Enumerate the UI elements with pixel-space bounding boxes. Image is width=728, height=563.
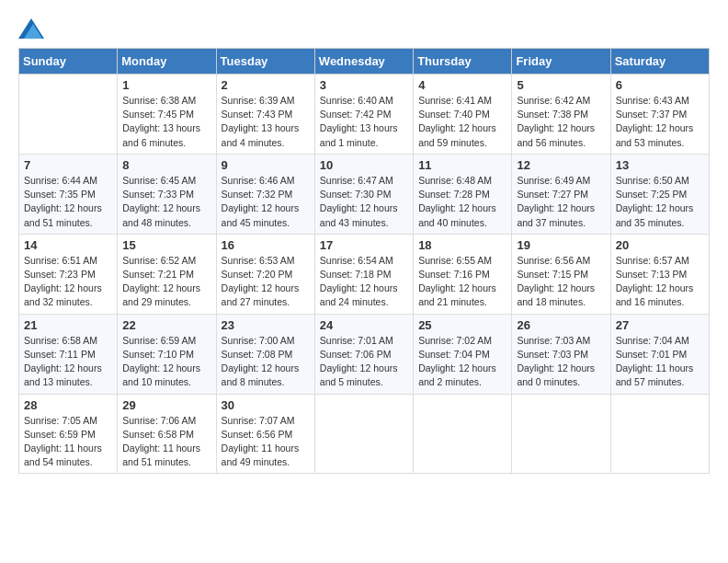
calendar-cell [512, 394, 610, 474]
day-info: Sunrise: 6:41 AM Sunset: 7:40 PM Dayligh… [418, 94, 506, 150]
day-number: 29 [122, 398, 210, 412]
day-info: Sunrise: 7:04 AM Sunset: 7:01 PM Dayligh… [616, 334, 704, 390]
day-number: 3 [320, 78, 408, 92]
day-info: Sunrise: 6:44 AM Sunset: 7:35 PM Dayligh… [24, 174, 112, 230]
day-info: Sunrise: 6:49 AM Sunset: 7:27 PM Dayligh… [517, 174, 605, 230]
calendar-cell: 26Sunrise: 7:03 AM Sunset: 7:03 PM Dayli… [512, 314, 610, 394]
calendar-cell: 12Sunrise: 6:49 AM Sunset: 7:27 PM Dayli… [512, 154, 610, 234]
day-info: Sunrise: 6:40 AM Sunset: 7:42 PM Dayligh… [320, 94, 408, 150]
calendar-cell [19, 75, 118, 155]
day-number: 11 [418, 158, 506, 172]
day-info: Sunrise: 7:02 AM Sunset: 7:04 PM Dayligh… [418, 334, 506, 390]
calendar-cell: 10Sunrise: 6:47 AM Sunset: 7:30 PM Dayli… [314, 154, 413, 234]
day-number: 7 [24, 158, 112, 172]
calendar-cell: 5Sunrise: 6:42 AM Sunset: 7:38 PM Daylig… [512, 75, 610, 155]
day-info: Sunrise: 6:42 AM Sunset: 7:38 PM Dayligh… [517, 94, 605, 150]
day-number: 10 [320, 158, 408, 172]
day-number: 13 [616, 158, 704, 172]
day-number: 30 [222, 398, 310, 412]
week-row-4: 21Sunrise: 6:58 AM Sunset: 7:11 PM Dayli… [19, 314, 710, 394]
day-number: 16 [222, 238, 310, 252]
day-info: Sunrise: 7:03 AM Sunset: 7:03 PM Dayligh… [517, 334, 605, 390]
week-row-2: 7Sunrise: 6:44 AM Sunset: 7:35 PM Daylig… [19, 154, 710, 234]
day-info: Sunrise: 7:06 AM Sunset: 6:58 PM Dayligh… [122, 414, 210, 470]
calendar-cell: 27Sunrise: 7:04 AM Sunset: 7:01 PM Dayli… [610, 314, 709, 394]
calendar-cell: 29Sunrise: 7:06 AM Sunset: 6:58 PM Dayli… [118, 394, 216, 474]
day-number: 19 [517, 238, 605, 252]
day-number: 4 [418, 78, 506, 92]
calendar-cell: 7Sunrise: 6:44 AM Sunset: 7:35 PM Daylig… [19, 154, 118, 234]
day-info: Sunrise: 6:53 AM Sunset: 7:20 PM Dayligh… [222, 254, 310, 310]
header-wednesday: Wednesday [314, 49, 413, 75]
calendar-cell: 20Sunrise: 6:57 AM Sunset: 7:13 PM Dayli… [610, 234, 709, 314]
calendar-cell: 16Sunrise: 6:53 AM Sunset: 7:20 PM Dayli… [216, 234, 314, 314]
day-info: Sunrise: 7:00 AM Sunset: 7:08 PM Dayligh… [222, 334, 310, 390]
day-info: Sunrise: 6:47 AM Sunset: 7:30 PM Dayligh… [320, 174, 408, 230]
day-number: 18 [418, 238, 506, 252]
day-number: 22 [122, 318, 210, 332]
day-info: Sunrise: 7:05 AM Sunset: 6:59 PM Dayligh… [24, 414, 112, 470]
day-number: 9 [222, 158, 310, 172]
header-thursday: Thursday [414, 49, 512, 75]
day-info: Sunrise: 6:38 AM Sunset: 7:45 PM Dayligh… [122, 94, 210, 150]
day-number: 23 [222, 318, 310, 332]
day-info: Sunrise: 6:57 AM Sunset: 7:13 PM Dayligh… [616, 254, 704, 310]
header-friday: Friday [512, 49, 610, 75]
day-number: 15 [122, 238, 210, 252]
day-info: Sunrise: 6:58 AM Sunset: 7:11 PM Dayligh… [24, 334, 112, 390]
day-info: Sunrise: 6:43 AM Sunset: 7:37 PM Dayligh… [616, 94, 704, 150]
calendar-cell: 30Sunrise: 7:07 AM Sunset: 6:56 PM Dayli… [216, 394, 314, 474]
logo-icon [18, 18, 44, 39]
calendar-cell: 25Sunrise: 7:02 AM Sunset: 7:04 PM Dayli… [414, 314, 512, 394]
calendar-cell: 11Sunrise: 6:48 AM Sunset: 7:28 PM Dayli… [414, 154, 512, 234]
day-info: Sunrise: 6:55 AM Sunset: 7:16 PM Dayligh… [418, 254, 506, 310]
calendar-cell [314, 394, 413, 474]
day-number: 5 [517, 78, 605, 92]
day-number: 27 [616, 318, 704, 332]
day-info: Sunrise: 6:50 AM Sunset: 7:25 PM Dayligh… [616, 174, 704, 230]
day-info: Sunrise: 6:51 AM Sunset: 7:23 PM Dayligh… [24, 254, 112, 310]
week-row-1: 1Sunrise: 6:38 AM Sunset: 7:45 PM Daylig… [19, 75, 710, 155]
day-info: Sunrise: 6:46 AM Sunset: 7:32 PM Dayligh… [222, 174, 310, 230]
header-sunday: Sunday [19, 49, 118, 75]
calendar-cell: 9Sunrise: 6:46 AM Sunset: 7:32 PM Daylig… [216, 154, 314, 234]
day-number: 21 [24, 318, 112, 332]
week-row-3: 14Sunrise: 6:51 AM Sunset: 7:23 PM Dayli… [19, 234, 710, 314]
day-number: 25 [418, 318, 506, 332]
calendar-cell: 1Sunrise: 6:38 AM Sunset: 7:45 PM Daylig… [118, 75, 216, 155]
calendar-cell: 6Sunrise: 6:43 AM Sunset: 7:37 PM Daylig… [610, 75, 709, 155]
calendar-cell: 8Sunrise: 6:45 AM Sunset: 7:33 PM Daylig… [118, 154, 216, 234]
calendar-cell: 2Sunrise: 6:39 AM Sunset: 7:43 PM Daylig… [216, 75, 314, 155]
calendar-cell: 15Sunrise: 6:52 AM Sunset: 7:21 PM Dayli… [118, 234, 216, 314]
calendar-header-row: SundayMondayTuesdayWednesdayThursdayFrid… [19, 49, 710, 75]
week-row-5: 28Sunrise: 7:05 AM Sunset: 6:59 PM Dayli… [19, 394, 710, 474]
calendar-cell: 17Sunrise: 6:54 AM Sunset: 7:18 PM Dayli… [314, 234, 413, 314]
calendar-cell: 4Sunrise: 6:41 AM Sunset: 7:40 PM Daylig… [414, 75, 512, 155]
calendar-cell: 13Sunrise: 6:50 AM Sunset: 7:25 PM Dayli… [610, 154, 709, 234]
header-saturday: Saturday [610, 49, 709, 75]
calendar-cell: 3Sunrise: 6:40 AM Sunset: 7:42 PM Daylig… [314, 75, 413, 155]
calendar-cell: 14Sunrise: 6:51 AM Sunset: 7:23 PM Dayli… [19, 234, 118, 314]
page-header [18, 18, 710, 39]
calendar-table: SundayMondayTuesdayWednesdayThursdayFrid… [18, 48, 710, 474]
header-monday: Monday [118, 49, 216, 75]
calendar-cell: 18Sunrise: 6:55 AM Sunset: 7:16 PM Dayli… [414, 234, 512, 314]
day-number: 8 [122, 158, 210, 172]
day-info: Sunrise: 7:01 AM Sunset: 7:06 PM Dayligh… [320, 334, 408, 390]
day-number: 26 [517, 318, 605, 332]
day-number: 14 [24, 238, 112, 252]
day-number: 2 [222, 78, 310, 92]
day-info: Sunrise: 6:54 AM Sunset: 7:18 PM Dayligh… [320, 254, 408, 310]
calendar-cell: 23Sunrise: 7:00 AM Sunset: 7:08 PM Dayli… [216, 314, 314, 394]
day-info: Sunrise: 6:39 AM Sunset: 7:43 PM Dayligh… [222, 94, 310, 150]
day-number: 17 [320, 238, 408, 252]
day-number: 12 [517, 158, 605, 172]
calendar-cell [414, 394, 512, 474]
calendar-cell: 21Sunrise: 6:58 AM Sunset: 7:11 PM Dayli… [19, 314, 118, 394]
day-info: Sunrise: 6:56 AM Sunset: 7:15 PM Dayligh… [517, 254, 605, 310]
day-number: 6 [616, 78, 704, 92]
header-tuesday: Tuesday [216, 49, 314, 75]
calendar-cell: 24Sunrise: 7:01 AM Sunset: 7:06 PM Dayli… [314, 314, 413, 394]
day-number: 28 [24, 398, 112, 412]
day-info: Sunrise: 6:59 AM Sunset: 7:10 PM Dayligh… [122, 334, 210, 390]
